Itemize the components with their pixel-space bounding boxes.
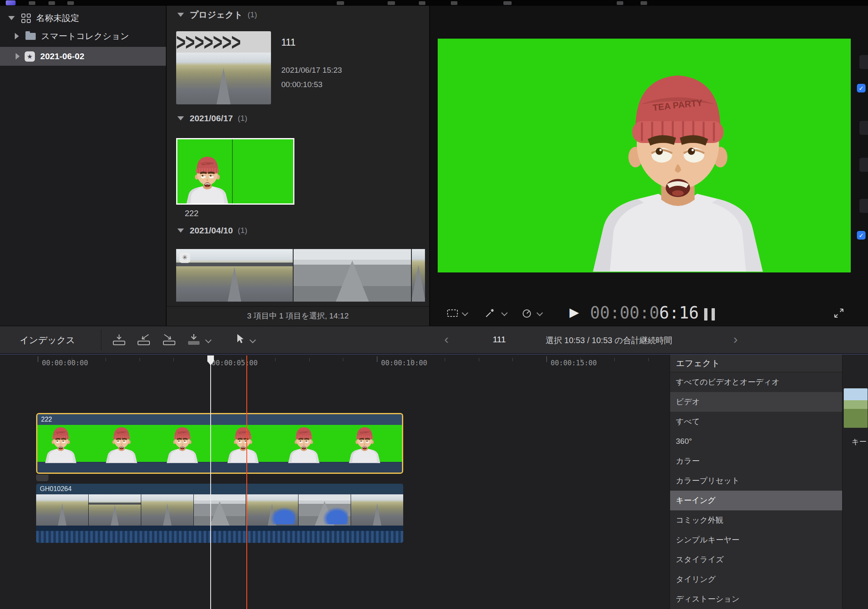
timecode-hours: 00:00:0: [590, 303, 659, 322]
inspector-button[interactable]: [859, 55, 868, 69]
clip-handle[interactable]: [36, 475, 48, 481]
previous-item-chevron[interactable]: ‹: [444, 332, 449, 347]
select-tool-icon[interactable]: [235, 333, 245, 347]
effects-item-color[interactable]: カラー: [670, 451, 842, 471]
effects-item-distortion[interactable]: ディストーション: [670, 589, 842, 609]
library-name: 名称未設定: [36, 12, 79, 24]
effects-item-all[interactable]: すべて: [670, 412, 842, 431]
effects-item-comic-look[interactable]: コミック外観: [670, 510, 842, 530]
timeline-clip-222[interactable]: 222: [36, 413, 403, 474]
disclosure-right-icon[interactable]: [15, 33, 19, 39]
range-tool-icon[interactable]: [446, 308, 459, 320]
effect-enable-checkbox[interactable]: ✓: [857, 84, 866, 92]
effects-item-stylize[interactable]: スタイライズ: [670, 550, 842, 570]
effects-item-tiling[interactable]: タイリング: [670, 570, 842, 589]
filmstrip-chevrons-icon: >>>>>>>: [176, 31, 271, 53]
menubar-icon[interactable]: [388, 1, 395, 5]
effect-enable-checkbox[interactable]: ✓: [857, 231, 866, 240]
effects-item-keying-selected[interactable]: キーイング: [670, 491, 842, 510]
menubar-icon[interactable]: [419, 1, 425, 5]
skimmer: [246, 355, 247, 609]
disclosure-down-icon[interactable]: [177, 13, 184, 17]
chevron-down-icon[interactable]: [501, 310, 508, 316]
play-button[interactable]: ▶: [569, 305, 579, 320]
inspector-button[interactable]: [859, 158, 868, 172]
viewer-panel: ✓ ✓ ▶ 00:00:06:16: [429, 6, 868, 326]
section-header-event-2[interactable]: 2021/04/10 (1): [167, 224, 429, 237]
playhead[interactable]: [210, 355, 211, 609]
menubar-icon[interactable]: [67, 1, 74, 5]
section-header-projects[interactable]: プロジェクト (1): [167, 8, 429, 21]
folder-icon: [25, 33, 36, 40]
menubar-strip: [0, 0, 868, 6]
smart-collection-name: スマートコレクション: [41, 30, 129, 42]
next-item-chevron[interactable]: ›: [733, 332, 738, 347]
effects-item-simple-keyer[interactable]: シンプルキーヤー: [670, 530, 842, 550]
effects-browser: エフェクト すべてのビデオとオーディオ ビデオ すべて 360° カラー カラー…: [670, 355, 842, 609]
effect-preview-label: キー: [852, 437, 866, 447]
menubar-icon[interactable]: [617, 1, 623, 5]
section-title: プロジェクト: [190, 9, 243, 21]
project-duration: 00:00:10:53: [281, 80, 322, 89]
clip-name-label: 222: [37, 414, 402, 425]
effects-title: エフェクト: [670, 355, 842, 372]
retime-icon[interactable]: [521, 308, 533, 321]
menubar-icon[interactable]: [337, 1, 344, 5]
chevron-down-icon[interactable]: [537, 310, 543, 316]
sidebar-item-smart-collection[interactable]: スマートコレクション: [0, 27, 166, 45]
menubar-icon[interactable]: [451, 1, 457, 5]
event-star-icon: ★: [25, 51, 35, 62]
inspector-button[interactable]: [859, 121, 868, 135]
effects-preview-strip: キー: [842, 355, 868, 609]
menubar-icon[interactable]: [641, 1, 647, 5]
event-name: 2021-06-02: [40, 51, 84, 61]
character-figure: [581, 66, 774, 272]
timeline-ruler[interactable]: 00:00:00:00 00:00:05:00 00:00:10:00 00:0…: [0, 355, 669, 369]
overwrite-edit-icon[interactable]: [185, 333, 203, 348]
append-edit-icon[interactable]: [160, 333, 178, 348]
effects-item-360[interactable]: 360°: [670, 431, 842, 451]
sidebar-item-event-selected[interactable]: ★ 2021-06-02: [0, 47, 166, 66]
audio-meter[interactable]: [712, 308, 715, 321]
section-header-event-1[interactable]: 2021/06/17 (1): [167, 112, 429, 125]
chevron-down-icon[interactable]: [205, 337, 212, 344]
disclosure-down-icon[interactable]: [177, 228, 184, 233]
project-name: 111: [281, 37, 296, 48]
project-thumbnail[interactable]: >>>>>>>: [176, 31, 271, 104]
enhancements-wand-icon[interactable]: [484, 308, 496, 320]
menubar-icon[interactable]: [503, 1, 512, 5]
effect-preview-thumbnail[interactable]: [844, 388, 868, 428]
timeline-project-name[interactable]: 111: [493, 334, 506, 344]
timecode-display: 00:00:06:16: [590, 303, 699, 322]
chevron-down-icon[interactable]: [462, 310, 468, 316]
clip-thumbnail-partial[interactable]: [412, 249, 425, 302]
library-icon: [21, 14, 31, 23]
chevron-down-icon[interactable]: [250, 337, 256, 344]
effects-item-color-presets[interactable]: カラープリセット: [670, 471, 842, 491]
menubar-icon[interactable]: [48, 1, 55, 5]
divider: [167, 306, 429, 307]
sidebar-item-library[interactable]: 名称未設定: [0, 9, 166, 27]
section-count: (1): [238, 226, 247, 235]
disclosure-down-icon[interactable]: [8, 16, 15, 20]
app-icon[interactable]: [6, 0, 16, 5]
audio-meter[interactable]: [704, 308, 707, 321]
selection-duration-info: 選択 10:53 / 10:53 の合計継続時間: [521, 335, 697, 346]
clip-thumbnail-road-1[interactable]: ✳: [176, 249, 293, 302]
timecode-seconds: 6:16: [659, 303, 699, 322]
timeline-clip-gh010264[interactable]: GH010264: [36, 484, 403, 543]
connect-edit-icon[interactable]: [110, 333, 128, 348]
inspector-button[interactable]: [859, 199, 868, 213]
index-button[interactable]: インデックス: [20, 334, 75, 346]
fullscreen-icon[interactable]: [833, 307, 845, 321]
menubar-icon[interactable]: [29, 1, 35, 5]
section-count: (1): [238, 114, 247, 123]
effects-group-video[interactable]: ビデオ: [670, 392, 842, 412]
clip-thumbnail-road-2[interactable]: [294, 249, 411, 302]
disclosure-down-icon[interactable]: [177, 116, 184, 120]
clip-thumbnail-222-selected[interactable]: [176, 138, 294, 205]
clip-filmstrip: [37, 425, 402, 462]
disclosure-right-icon[interactable]: [16, 53, 20, 60]
effects-item-all-video-audio[interactable]: すべてのビデオとオーディオ: [670, 372, 842, 392]
insert-edit-icon[interactable]: [135, 333, 153, 348]
